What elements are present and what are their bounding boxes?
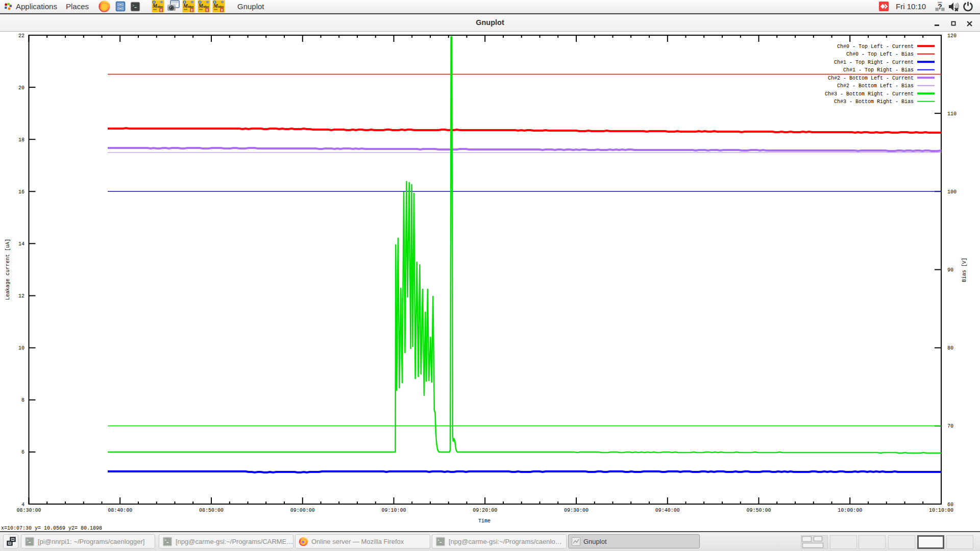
svg-text:80: 80 (947, 345, 953, 351)
svg-text:10:00:00: 10:00:00 (838, 508, 862, 513)
svg-text:90: 90 (947, 267, 953, 273)
svg-text:100: 100 (947, 189, 957, 195)
svg-text:09:10:00: 09:10:00 (381, 508, 406, 513)
svg-text:120: 120 (947, 33, 957, 39)
svg-text:08:40:00: 08:40:00 (108, 508, 132, 513)
svg-text:Bias [V]: Bias [V] (962, 258, 967, 282)
svg-text:60: 60 (947, 502, 953, 508)
svg-text:Ch#1 - Top Right - Current: Ch#1 - Top Right - Current (834, 60, 914, 65)
svg-text:Ch#1 - Top Right - Bias: Ch#1 - Top Right - Bias (843, 67, 914, 73)
svg-text:Ch#2 - Bottom Left - Bias: Ch#2 - Bottom Left - Bias (837, 83, 914, 89)
svg-text:Ch#0 - Top Left - Current: Ch#0 - Top Left - Current (837, 44, 914, 49)
svg-text:09:20:00: 09:20:00 (473, 508, 497, 513)
svg-text:16: 16 (18, 189, 24, 195)
svg-text:Ch#2 - Bottom Left - Current: Ch#2 - Bottom Left - Current (828, 76, 914, 81)
svg-text:4: 4 (21, 502, 24, 508)
svg-text:Leakage current [uA]: Leakage current [uA] (5, 239, 11, 300)
svg-text:22: 22 (18, 33, 24, 39)
svg-text:10: 10 (18, 345, 24, 351)
svg-text:Ch#3 - Bottom Right - Current: Ch#3 - Bottom Right - Current (825, 91, 914, 97)
svg-text:09:00:00: 09:00:00 (290, 508, 315, 513)
svg-text:6: 6 (21, 449, 24, 455)
svg-text:70: 70 (947, 423, 953, 429)
svg-text:10:10:00: 10:10:00 (929, 508, 953, 513)
svg-text:08:30:00: 08:30:00 (16, 508, 41, 513)
svg-text:>: > (164, 538, 166, 542)
svg-text:18: 18 (18, 137, 24, 143)
svg-text:09:50:00: 09:50:00 (746, 508, 771, 513)
svg-text:Ch#0 - Top Left - Bias: Ch#0 - Top Left - Bias (846, 52, 914, 57)
svg-text:110: 110 (947, 111, 957, 117)
svg-text:Time: Time (478, 518, 491, 524)
svg-text:09:30:00: 09:30:00 (564, 508, 589, 513)
svg-text:Ch#3 - Bottom Right - Bias: Ch#3 - Bottom Right - Bias (834, 99, 914, 105)
svg-text:09:40:00: 09:40:00 (655, 508, 680, 513)
svg-text:20: 20 (18, 85, 24, 91)
svg-text:>: > (132, 3, 134, 7)
svg-text:8: 8 (21, 397, 24, 403)
svg-text:14: 14 (18, 241, 24, 247)
svg-text:>: > (437, 538, 439, 542)
svg-text:08:50:00: 08:50:00 (199, 508, 224, 513)
svg-text:x=10:07:30 y= 10.0569 y2= 80.1: x=10:07:30 y= 10.0569 y2= 80.1898 (1, 525, 102, 531)
svg-text:12: 12 (18, 293, 24, 299)
svg-text:>: > (27, 538, 29, 542)
